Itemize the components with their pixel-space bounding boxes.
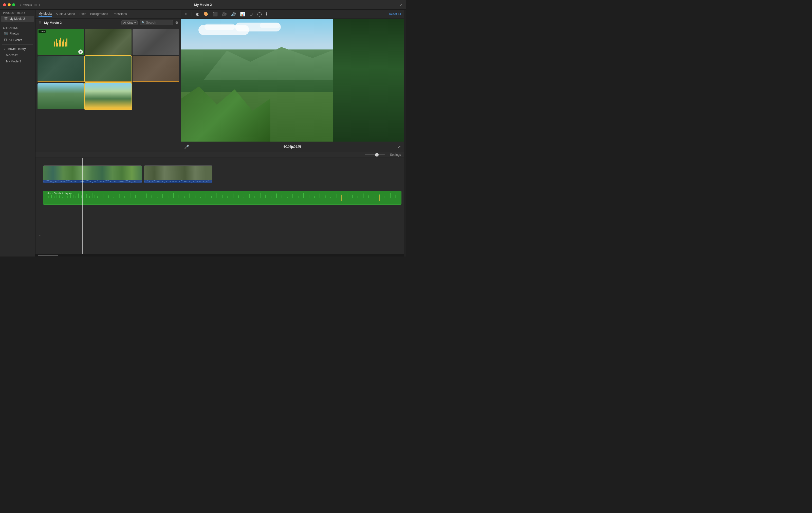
main-layout: PROJECT MEDIA 🎬 My Movie 2 LIBRARIES 📷 P… bbox=[0, 10, 406, 256]
audio-track[interactable]: 1.8m – Oishi's Antiques bbox=[43, 191, 401, 205]
video-preview bbox=[181, 19, 404, 141]
playhead bbox=[82, 158, 83, 254]
music-note-icon: ♫ bbox=[39, 233, 42, 237]
speed-button[interactable]: 📊 bbox=[239, 11, 246, 17]
clip-filter-label: All Clips bbox=[123, 21, 133, 24]
browser-settings-button[interactable]: ⚙ bbox=[175, 21, 178, 25]
clip-1-duration: 1.8m bbox=[38, 30, 46, 33]
clip-2-audio-strip bbox=[144, 180, 212, 183]
info-button[interactable]: ℹ bbox=[265, 11, 268, 17]
timeline-scrollbar[interactable] bbox=[35, 254, 404, 256]
clip-grid: 1.8m + bbox=[35, 27, 181, 152]
audio-waveform-2 bbox=[144, 180, 212, 183]
clip-8[interactable] bbox=[85, 83, 131, 109]
clip-4[interactable] bbox=[37, 56, 84, 82]
timeline-clip-main[interactable] bbox=[43, 165, 142, 183]
overlay-button[interactable]: ◯ bbox=[256, 11, 263, 17]
tab-backgrounds[interactable]: Backgrounds bbox=[90, 11, 108, 17]
timeline-clip-2[interactable] bbox=[144, 165, 212, 183]
close-button[interactable] bbox=[3, 3, 6, 6]
content-area: My Media Audio & Video Titles Background… bbox=[35, 10, 404, 256]
reset-all-button[interactable]: Reset All bbox=[389, 12, 401, 16]
back-to-projects-button[interactable]: ‹ Projects bbox=[18, 3, 33, 7]
tab-titles[interactable]: Titles bbox=[79, 11, 86, 17]
tab-transitions[interactable]: Transitions bbox=[112, 11, 127, 17]
libraries-label: LIBRARIES bbox=[0, 24, 35, 30]
tab-audio-video[interactable]: Audio & Video bbox=[56, 11, 75, 17]
time-display: 00:03 / 01:51 bbox=[284, 145, 301, 148]
timeline-toolbar: — + Settings bbox=[35, 152, 404, 158]
sidebar-date-label: 9-6-2022 bbox=[6, 54, 18, 57]
maximize-button[interactable] bbox=[12, 3, 15, 6]
arrow-down-icon[interactable]: ↓ bbox=[37, 3, 41, 7]
cloud-4 bbox=[260, 23, 280, 28]
clip-5-selected-bar bbox=[85, 81, 131, 82]
sidebar-item-all-events[interactable]: 🎞 All Events bbox=[1, 37, 34, 43]
timeline-content[interactable]: 1.8m – Oishi's Antiques ♫ bbox=[35, 158, 404, 254]
sidebar-item-photos[interactable]: 📷 Photos bbox=[1, 30, 34, 36]
top-split: My Media Audio & Video Titles Background… bbox=[35, 10, 404, 152]
audio-bars bbox=[54, 37, 67, 47]
search-box[interactable]: 🔍 bbox=[140, 20, 173, 25]
clip-4-selected-bar bbox=[37, 81, 84, 82]
tab-my-media[interactable]: My Media bbox=[38, 11, 52, 17]
traffic-lights bbox=[3, 3, 15, 6]
scrollbar-thumb[interactable] bbox=[38, 255, 58, 256]
clip-1[interactable]: 1.8m + bbox=[37, 29, 84, 55]
sidebar-item-9-6-2022[interactable]: 9-6-2022 bbox=[1, 53, 34, 58]
sidebar-item-my-movie[interactable]: 🎬 My Movie 2 bbox=[1, 16, 34, 22]
sidebar-item-my-movie-label: My Movie 2 bbox=[9, 17, 25, 21]
fullscreen-button[interactable]: ⤢ bbox=[398, 144, 401, 149]
grid-view-button[interactable]: ⊞ bbox=[38, 20, 42, 25]
minimize-button[interactable] bbox=[8, 3, 11, 6]
clip-7[interactable] bbox=[37, 83, 84, 109]
sidebar-separator-1 bbox=[2, 23, 33, 23]
clip-8-selected-bar bbox=[85, 109, 131, 109]
sidebar-my-movie-3-label: My Movie 3 bbox=[6, 60, 21, 63]
magic-wand-icon[interactable]: ✦ bbox=[184, 12, 187, 17]
media-toolbar: ⊞ My Movie 2 All Clips ▾ 🔍 ⚙ bbox=[35, 19, 181, 27]
search-input[interactable] bbox=[146, 21, 171, 24]
clip-5[interactable] bbox=[85, 56, 131, 82]
clouds bbox=[192, 23, 315, 47]
sidebar-item-imovie-library[interactable]: ▾ iMovie Library bbox=[1, 46, 34, 52]
microphone-button[interactable]: 🎤 bbox=[184, 144, 189, 149]
camera-button[interactable]: 🎥 bbox=[221, 11, 228, 17]
titlebar-right: ⤢ bbox=[399, 3, 403, 7]
zoom-slider[interactable] bbox=[365, 154, 385, 155]
grid-layout-icon[interactable]: ⊞ bbox=[33, 3, 37, 7]
chevron-left-icon: ‹ bbox=[20, 3, 21, 6]
fullscreen-icon[interactable]: ⤢ bbox=[399, 3, 403, 7]
back-button-label: Projects bbox=[22, 3, 32, 6]
clip-6[interactable] bbox=[133, 56, 179, 82]
clip-3[interactable] bbox=[133, 29, 179, 55]
speed2-button[interactable]: ⏱ bbox=[248, 11, 254, 17]
audio-track-label: 1.8m – Oishi's Antiques bbox=[46, 192, 72, 195]
audio-button[interactable]: 🔊 bbox=[230, 11, 237, 17]
viewer: ✦ ◐ 🎨 ⬛ 🎥 🔊 📊 ⏱ ◯ ℹ Reset All bbox=[181, 10, 404, 152]
media-browser: My Media Audio & Video Titles Background… bbox=[35, 10, 181, 152]
timeline-area: — + Settings bbox=[35, 152, 404, 256]
color-correct-button[interactable]: ◐ bbox=[195, 11, 200, 17]
project-media-label: PROJECT MEDIA bbox=[0, 10, 35, 16]
sidebar-item-my-movie-3[interactable]: My Movie 3 bbox=[1, 59, 34, 64]
zoom-in-icon: + bbox=[386, 154, 388, 156]
viewer-toolbar: ✦ ◐ 🎨 ⬛ 🎥 🔊 📊 ⏱ ◯ ℹ Reset All bbox=[181, 10, 404, 19]
film-icon: 🎬 bbox=[4, 17, 8, 21]
color-wheel-button[interactable]: 🎨 bbox=[202, 11, 210, 17]
search-icon: 🔍 bbox=[141, 21, 145, 24]
timeline-settings-button[interactable]: Settings bbox=[390, 153, 401, 157]
cloud-2 bbox=[205, 24, 235, 30]
browser-title: My Movie 2 bbox=[44, 21, 119, 25]
video-frame bbox=[181, 19, 404, 141]
chevron-down-icon: ▾ bbox=[134, 21, 136, 24]
clip-filter-dropdown[interactable]: All Clips ▾ bbox=[121, 20, 138, 25]
clip-main-audio-strip bbox=[44, 180, 142, 183]
right-trees bbox=[333, 19, 404, 141]
green-audio-waveform bbox=[44, 191, 401, 205]
sidebar-imovie-library-label: iMovie Library bbox=[7, 47, 26, 51]
clip-2[interactable] bbox=[85, 29, 131, 55]
disclosure-icon: ▾ bbox=[4, 48, 5, 51]
crop-button[interactable]: ⬛ bbox=[212, 11, 219, 17]
current-time: 00:03 bbox=[284, 145, 291, 148]
